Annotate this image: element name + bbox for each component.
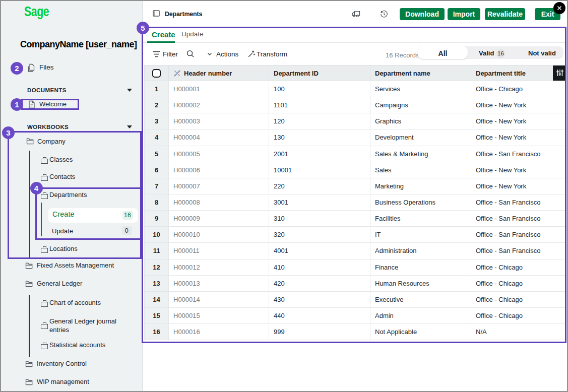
svg-text:Sage: Sage [24, 3, 49, 19]
